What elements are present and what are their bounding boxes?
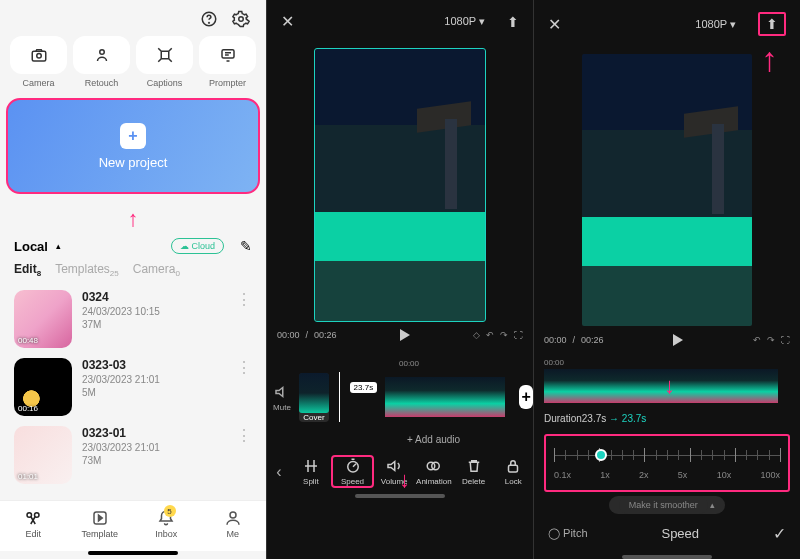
speed-mark: 1x bbox=[600, 470, 610, 480]
resolution-selector[interactable]: 1080P ▾ bbox=[444, 15, 485, 28]
home-indicator bbox=[622, 555, 712, 559]
split-button[interactable]: Split bbox=[291, 457, 331, 486]
keyframe-icon[interactable]: ◇ bbox=[473, 330, 480, 340]
kebab-icon[interactable]: ⋮ bbox=[236, 358, 252, 416]
project-item[interactable]: 00:48 032424/03/2023 10:1537M ⋮ bbox=[0, 286, 266, 354]
prompter-tool[interactable] bbox=[199, 36, 256, 74]
kebab-icon[interactable]: ⋮ bbox=[236, 290, 252, 348]
svg-rect-14 bbox=[509, 465, 518, 472]
camera-tool[interactable] bbox=[10, 36, 67, 74]
project-date: 24/03/2023 10:15 bbox=[82, 306, 226, 317]
speed-mark: 10x bbox=[717, 470, 732, 480]
nav-template[interactable]: Template bbox=[67, 509, 134, 539]
export-icon[interactable]: ⬆ bbox=[507, 14, 519, 30]
annotation-arrow-icon: ↑ bbox=[0, 206, 266, 232]
local-heading[interactable]: Local bbox=[14, 239, 48, 254]
plus-icon: + bbox=[120, 123, 146, 149]
annotation-arrow-icon: ↑ bbox=[761, 40, 778, 79]
svg-point-2 bbox=[239, 17, 244, 22]
close-icon[interactable]: ✕ bbox=[281, 12, 294, 31]
make-smoother-button[interactable]: Make it smoother ▴ bbox=[534, 500, 800, 510]
time-current: 00:00 bbox=[544, 335, 567, 345]
play-icon[interactable] bbox=[400, 329, 410, 341]
speed-title: Speed bbox=[588, 526, 773, 541]
tool-label: Captions bbox=[136, 78, 193, 88]
tab-edit[interactable]: Edit8 bbox=[14, 262, 41, 278]
captions-tool[interactable] bbox=[136, 36, 193, 74]
editor-panel: ✕ 1080P ▾ ⬆ 00:00/00:26 ◇ ↶ ↷ ⛶ 00:00 Mu… bbox=[266, 0, 533, 559]
tool-label: Retouch bbox=[73, 78, 130, 88]
app-home-panel: Camera Retouch Captions Prompter + New p… bbox=[0, 0, 266, 559]
project-thumbnail: 00:48 bbox=[14, 290, 72, 348]
home-indicator bbox=[355, 494, 445, 498]
check-icon[interactable]: ✓ bbox=[773, 524, 786, 543]
redo-icon[interactable]: ↷ bbox=[767, 335, 775, 345]
duration-info: Duration23.7s → 23.7s bbox=[534, 409, 800, 428]
pitch-toggle[interactable]: ◯ Pitch bbox=[548, 527, 588, 540]
project-item[interactable]: 00:16 0323-0323/03/2023 21:015M ⋮ bbox=[0, 354, 266, 422]
project-size: 5M bbox=[82, 387, 226, 398]
speed-mark: 100x bbox=[760, 470, 780, 480]
svg-point-4 bbox=[36, 54, 41, 59]
export-icon[interactable]: ⬆ bbox=[758, 12, 786, 36]
tool-label: Camera bbox=[10, 78, 67, 88]
mute-button[interactable]: Mute bbox=[273, 383, 291, 412]
project-thumbnail: 01:01 bbox=[14, 426, 72, 484]
project-name: 0324 bbox=[82, 290, 226, 304]
cover-button[interactable]: Cover bbox=[299, 373, 329, 422]
speed-slider[interactable] bbox=[554, 446, 780, 466]
video-preview[interactable] bbox=[582, 54, 752, 326]
add-audio-button[interactable]: + Add audio bbox=[267, 426, 533, 453]
animation-button[interactable]: Animation bbox=[414, 457, 454, 486]
tool-label: Prompter bbox=[199, 78, 256, 88]
playhead[interactable] bbox=[339, 372, 340, 422]
speed-mark: 5x bbox=[678, 470, 688, 480]
project-thumbnail: 00:16 bbox=[14, 358, 72, 416]
speed-button[interactable]: Speed bbox=[331, 455, 375, 488]
retouch-tool[interactable] bbox=[73, 36, 130, 74]
svg-point-10 bbox=[230, 512, 236, 518]
project-size: 37M bbox=[82, 319, 226, 330]
speed-knob[interactable] bbox=[595, 449, 607, 461]
new-project-button[interactable]: + New project bbox=[6, 98, 260, 194]
add-clip-button[interactable]: + bbox=[519, 385, 533, 409]
delete-button[interactable]: Delete bbox=[454, 457, 494, 486]
video-clip[interactable] bbox=[385, 377, 505, 417]
time-total: 00:26 bbox=[314, 330, 337, 340]
project-name: 0323-03 bbox=[82, 358, 226, 372]
lock-button[interactable]: Lock bbox=[493, 457, 533, 486]
nav-edit[interactable]: Edit bbox=[0, 509, 67, 539]
back-icon[interactable]: ‹ bbox=[267, 463, 291, 481]
annotation-arrow-icon: ↓ bbox=[664, 373, 675, 399]
svg-rect-6 bbox=[222, 50, 234, 58]
home-indicator bbox=[88, 551, 178, 555]
tab-camera[interactable]: Camera0 bbox=[133, 262, 180, 278]
speed-panel: ✕ 1080P ▾ ⬆ ↑ 00:00/00:26 ↶ ↷ ⛶ 00:00 Du… bbox=[533, 0, 800, 559]
bottom-nav: Edit Template 5Inbox Me bbox=[0, 500, 266, 551]
cloud-chip[interactable]: ☁ Cloud bbox=[171, 238, 224, 254]
project-item[interactable]: 01:01 0323-0123/03/2023 21:0173M ⋮ bbox=[0, 422, 266, 490]
undo-icon[interactable]: ↶ bbox=[753, 335, 761, 345]
tab-templates[interactable]: Templates25 bbox=[55, 262, 119, 278]
fullscreen-icon[interactable]: ⛶ bbox=[781, 335, 790, 345]
resolution-selector[interactable]: 1080P ▾ bbox=[695, 18, 736, 31]
play-icon[interactable] bbox=[673, 334, 683, 346]
time-current: 00:00 bbox=[277, 330, 300, 340]
project-date: 23/03/2023 21:01 bbox=[82, 374, 226, 385]
gear-icon[interactable] bbox=[232, 10, 252, 30]
pencil-icon[interactable]: ✎ bbox=[240, 238, 252, 254]
speed-mark: 0.1x bbox=[554, 470, 571, 480]
help-icon[interactable] bbox=[200, 10, 220, 30]
kebab-icon[interactable]: ⋮ bbox=[236, 426, 252, 484]
nav-inbox[interactable]: 5Inbox bbox=[133, 509, 200, 539]
close-icon[interactable]: ✕ bbox=[548, 15, 561, 34]
redo-icon[interactable]: ↷ bbox=[500, 330, 508, 340]
fullscreen-icon[interactable]: ⛶ bbox=[514, 330, 523, 340]
nav-me[interactable]: Me bbox=[200, 509, 267, 539]
clip-duration-badge: 23.7s bbox=[350, 382, 378, 393]
undo-icon[interactable]: ↶ bbox=[486, 330, 494, 340]
svg-point-1 bbox=[209, 22, 210, 23]
video-preview[interactable] bbox=[315, 49, 485, 321]
inbox-badge: 5 bbox=[164, 505, 176, 517]
project-size: 73M bbox=[82, 455, 226, 466]
